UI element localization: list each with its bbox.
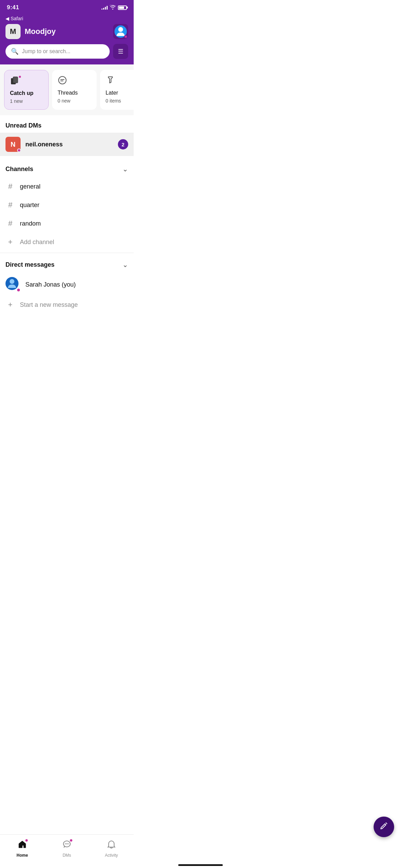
quick-access-section: Catch up 1 new Threads 0 new Later 0 ite…	[0, 64, 134, 115]
hash-icon: #	[5, 201, 15, 209]
qa-card-later[interactable]: Later 0 items	[100, 70, 134, 110]
signal-icon	[101, 5, 108, 10]
search-row: 🔍 Jump to or search... ☰	[5, 44, 128, 59]
qa-threads-label: Threads	[58, 90, 91, 96]
channel-item-quarter[interactable]: # quarter	[0, 196, 134, 214]
status-icons	[101, 5, 127, 11]
dm-avatar-neil: N	[5, 137, 21, 152]
svg-point-2	[59, 76, 66, 84]
add-channel-label: Add channel	[20, 239, 54, 246]
self-avatar	[5, 277, 21, 292]
add-channel-item[interactable]: + Add channel	[0, 233, 134, 251]
dm-item-neil[interactable]: N neil.oneness 2	[0, 133, 134, 156]
catchup-icon	[10, 76, 21, 87]
safari-back[interactable]: ◀ Safari	[5, 16, 128, 21]
qa-later-sub: 0 items	[106, 98, 134, 104]
hash-icon: #	[5, 182, 15, 191]
qa-card-threads[interactable]: Threads 0 new	[52, 70, 97, 110]
header-row: M Moodjoy	[5, 24, 128, 39]
dm-name-neil: neil.oneness	[25, 141, 113, 148]
search-icon: 🔍	[11, 48, 19, 55]
dm-badge-neil: 2	[118, 139, 128, 149]
search-placeholder: Jump to or search...	[22, 48, 70, 55]
wifi-icon	[110, 5, 116, 11]
qa-catchup-label: Catch up	[10, 90, 43, 96]
filter-icon: ☰	[118, 48, 123, 55]
hash-icon: #	[5, 219, 15, 228]
header-left: M Moodjoy	[5, 24, 56, 39]
new-message-label: Start a new message	[20, 301, 78, 309]
new-message-icon: +	[5, 300, 15, 309]
svg-rect-1	[13, 77, 18, 83]
channel-name-general: general	[20, 183, 40, 190]
channel-name-random: random	[20, 220, 41, 227]
self-status-dot	[16, 288, 21, 292]
filter-button[interactable]: ☰	[113, 44, 128, 59]
channel-item-random[interactable]: # random	[0, 214, 134, 233]
avatar-button[interactable]	[113, 24, 128, 39]
header: ◀ Safari M Moodjoy 🔍 Jump to or search..…	[0, 13, 134, 64]
channels-chevron-icon: ⌄	[122, 165, 128, 173]
add-channel-icon: +	[5, 238, 15, 246]
qa-threads-sub: 0 new	[58, 98, 91, 104]
self-name: Sarah Jonas (you)	[25, 281, 76, 288]
channels-section: Channels ⌄ # general # quarter # random …	[0, 159, 134, 251]
workspace-name: Moodjoy	[25, 27, 56, 36]
workspace-logo[interactable]: M	[5, 24, 21, 39]
dm-online-dot	[17, 148, 21, 152]
avatar-status-dot	[124, 35, 127, 38]
qa-card-catchup[interactable]: Catch up 1 new	[4, 70, 49, 110]
status-time: 9:41	[7, 4, 19, 11]
dm-section-title: Direct messages	[5, 261, 54, 268]
channel-item-general[interactable]: # general	[0, 177, 134, 196]
unread-dms-header: Unread DMs	[0, 115, 134, 133]
later-icon	[106, 75, 117, 86]
channels-title: Channels	[5, 166, 33, 173]
qa-later-label: Later	[106, 90, 134, 96]
divider	[0, 253, 134, 253]
battery-icon	[118, 5, 127, 10]
threads-icon	[58, 75, 69, 86]
self-item[interactable]: Sarah Jonas (you)	[0, 273, 134, 296]
qa-catchup-sub: 1 new	[10, 98, 43, 104]
search-bar[interactable]: 🔍 Jump to or search...	[5, 44, 110, 59]
channels-header[interactable]: Channels ⌄	[0, 159, 134, 177]
direct-messages-header[interactable]: Direct messages ⌄	[0, 254, 134, 273]
dm-section-chevron-icon: ⌄	[122, 261, 128, 269]
channel-name-quarter: quarter	[20, 202, 39, 209]
status-bar: 9:41	[0, 0, 134, 13]
new-message-item[interactable]: + Start a new message	[0, 296, 134, 313]
main-content: Unread DMs N neil.oneness 2 Channels ⌄ #…	[0, 115, 134, 348]
